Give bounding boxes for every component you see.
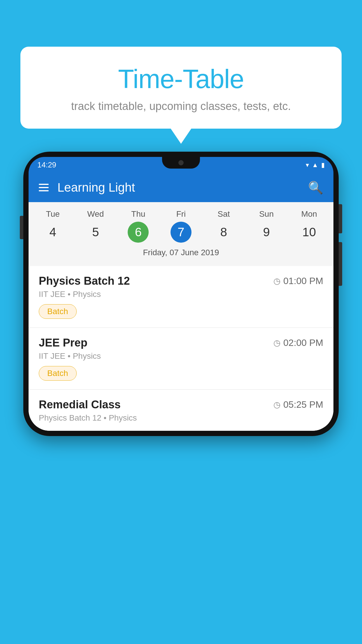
search-icon[interactable]: 🔍 [308, 181, 323, 195]
clock-icon: ◷ [273, 338, 280, 348]
phone-mockup: 14:29 ▾ ▲ ▮ Learning Light 🔍 [23, 152, 339, 436]
phone-screen: Tue4Wed5Thu6Fri7Sat8Sun9Mon10 Friday, 07… [29, 202, 333, 431]
day-number: 6 [128, 222, 149, 243]
schedule-title: Remedial Class [39, 398, 121, 411]
phone-frame: 14:29 ▾ ▲ ▮ Learning Light 🔍 [23, 152, 339, 436]
day-cell-sat[interactable]: Sat8 [203, 209, 245, 243]
days-row: Tue4Wed5Thu6Fri7Sat8Sun9Mon10 [29, 209, 333, 243]
camera [178, 160, 184, 165]
battery-icon: ▮ [321, 161, 325, 169]
day-name: Sun [259, 209, 274, 219]
day-number: 8 [213, 222, 234, 243]
schedule-time: ◷ 01:00 PM [273, 276, 323, 286]
bubble-subtitle: track timetable, upcoming classes, tests… [35, 100, 327, 113]
schedule-container: Physics Batch 12 ◷ 01:00 PM IIT JEE • Ph… [29, 266, 333, 390]
day-name: Sat [218, 209, 230, 219]
day-number: 10 [299, 222, 320, 243]
hamburger-line-2 [39, 187, 49, 188]
clock-icon: ◷ [273, 276, 280, 286]
menu-icon[interactable] [39, 184, 49, 191]
schedule-item-partial: Remedial Class ◷ 05:25 PM Physics Batch … [29, 390, 333, 431]
speech-bubble-container: Time-Table track timetable, upcoming cla… [20, 47, 342, 129]
day-cell-thu[interactable]: Thu6 [117, 209, 159, 243]
wifi-icon: ▾ [306, 161, 309, 169]
day-cell-mon[interactable]: Mon10 [288, 209, 330, 243]
batch-badge: Batch [39, 366, 77, 381]
volume-button [20, 216, 23, 239]
schedule-title: Physics Batch 12 [39, 275, 130, 287]
day-number: 4 [42, 222, 63, 243]
day-number: 5 [85, 222, 106, 243]
status-bar: 14:29 ▾ ▲ ▮ [29, 157, 333, 173]
schedule-item[interactable]: Physics Batch 12 ◷ 01:00 PM IIT JEE • Ph… [29, 266, 333, 328]
day-name: Fri [176, 209, 186, 219]
day-name: Tue [46, 209, 60, 219]
power-button-2 [339, 242, 342, 286]
batch-badge: Batch [39, 304, 77, 319]
day-cell-sun[interactable]: Sun9 [245, 209, 287, 243]
schedule-time: ◷ 05:25 PM [273, 399, 323, 410]
bubble-title: Time-Table [35, 64, 327, 94]
app-bar-left: Learning Light [39, 181, 135, 195]
notch [162, 157, 200, 169]
power-button [339, 204, 342, 233]
schedule-item-header: JEE Prep ◷ 02:00 PM [39, 337, 323, 349]
schedule-subtitle: Physics Batch 12 • Physics [39, 413, 323, 423]
day-name: Wed [87, 209, 104, 219]
schedule-item-header: Physics Batch 12 ◷ 01:00 PM [39, 275, 323, 287]
schedule-title: JEE Prep [39, 337, 87, 349]
day-number: 7 [171, 222, 191, 243]
day-name: Thu [131, 209, 145, 219]
schedule-time: ◷ 02:00 PM [273, 337, 323, 348]
day-cell-fri[interactable]: Fri7 [160, 209, 202, 243]
schedule-item[interactable]: JEE Prep ◷ 02:00 PM IIT JEE • Physics Ba… [29, 328, 333, 390]
app-title: Learning Light [57, 181, 135, 195]
hamburger-line-3 [39, 190, 49, 191]
calendar-strip: Tue4Wed5Thu6Fri7Sat8Sun9Mon10 Friday, 07… [29, 202, 333, 266]
schedule-item-header: Remedial Class ◷ 05:25 PM [39, 398, 323, 411]
status-icons: ▾ ▲ ▮ [306, 161, 325, 169]
schedule-subtitle: IIT JEE • Physics [39, 351, 323, 361]
status-time: 14:29 [37, 160, 56, 169]
clock-icon: ◷ [273, 400, 280, 410]
day-cell-wed[interactable]: Wed5 [75, 209, 117, 243]
day-number: 9 [256, 222, 277, 243]
signal-icon: ▲ [312, 161, 318, 169]
selected-date-label: Friday, 07 June 2019 [29, 246, 333, 262]
schedule-subtitle: IIT JEE • Physics [39, 290, 323, 299]
day-name: Mon [301, 209, 317, 219]
app-bar: Learning Light 🔍 [29, 173, 333, 202]
day-cell-tue[interactable]: Tue4 [32, 209, 74, 243]
hamburger-line-1 [39, 184, 49, 185]
speech-bubble: Time-Table track timetable, upcoming cla… [20, 47, 342, 129]
